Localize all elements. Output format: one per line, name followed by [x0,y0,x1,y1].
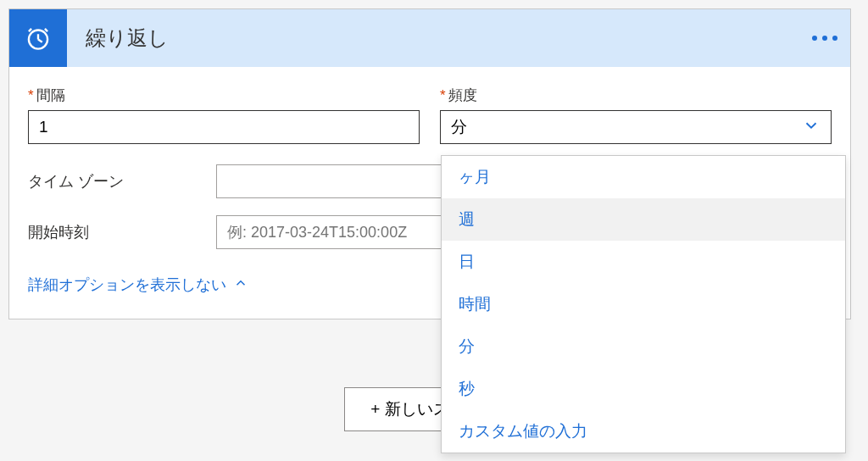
chevron-up-icon [233,275,248,295]
clock-icon [9,9,67,67]
frequency-label: *頻度 [440,86,832,105]
frequency-select[interactable]: 分 [440,110,832,144]
dropdown-option-month[interactable]: ヶ月 [442,156,845,198]
card-title: 繰り返し [67,9,799,67]
dropdown-option-week[interactable]: 週 [442,198,845,241]
interval-label: *間隔 [28,86,420,105]
card-header[interactable]: 繰り返し [9,9,850,67]
interval-input[interactable] [28,110,420,144]
frequency-dropdown: ヶ月 週 日 時間 分 秒 カスタム値の入力 [441,155,846,453]
card-menu-button[interactable] [799,9,850,67]
dropdown-option-second[interactable]: 秒 [442,368,845,410]
advanced-toggle-label: 詳細オプションを表示しない [28,275,226,295]
timezone-label: タイム ゾーン [28,171,216,192]
dropdown-option-minute[interactable]: 分 [442,325,845,368]
frequency-value: 分 [451,116,467,138]
starttime-label: 開始時刻 [28,222,216,242]
dropdown-option-day[interactable]: 日 [442,241,845,283]
advanced-options-toggle[interactable]: 詳細オプションを表示しない [28,275,248,295]
dropdown-option-custom[interactable]: カスタム値の入力 [442,410,845,453]
dropdown-option-hour[interactable]: 時間 [442,283,845,325]
svg-line-2 [38,40,42,42]
chevron-down-icon [802,116,821,139]
